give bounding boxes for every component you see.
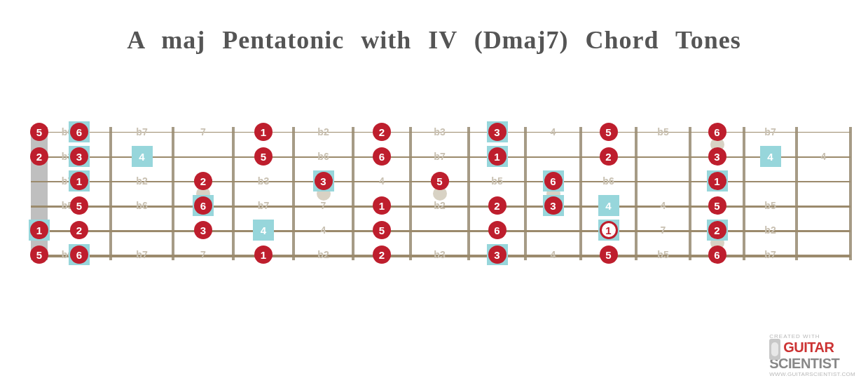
chord-tone-label: 4 (133, 147, 151, 166)
watermark-line: SCIENTIST (769, 357, 855, 370)
scale-note: 6 (544, 172, 563, 190)
fret-wire (172, 127, 174, 260)
string-line (31, 206, 850, 208)
scale-note: 2 (373, 123, 391, 141)
scale-note: 3 (194, 221, 212, 239)
scale-note: 1 (30, 221, 48, 239)
chord-tone-label: 4 (600, 196, 618, 215)
string-line (31, 230, 850, 232)
scale-note: 1 (488, 147, 507, 166)
fret-wire (579, 127, 582, 260)
scale-note: 3 (315, 172, 333, 190)
fret-wire (467, 127, 470, 260)
scale-note: 2 (70, 221, 88, 239)
chord-tone-label: 4 (254, 221, 273, 239)
scale-note: 2 (488, 196, 507, 215)
scale-note: 1 (254, 246, 273, 264)
fret-wire (524, 127, 527, 260)
scale-note: 5 (600, 246, 618, 264)
scale-note: 6 (373, 147, 391, 166)
string-line (31, 255, 850, 257)
watermark-line: GUITAR (783, 340, 834, 356)
fret-wire (743, 127, 745, 260)
scale-note: 2 (373, 246, 391, 264)
logo-icon (769, 339, 780, 360)
scale-note: 2 (708, 221, 726, 239)
scale-note: 6 (708, 123, 726, 141)
scale-note: 6 (70, 123, 88, 141)
fret-wire (795, 127, 798, 260)
scale-note: 6 (488, 221, 507, 239)
watermark-line: WWW.GUITARSCIENTIST.COM (769, 372, 855, 377)
scale-note: 5 (708, 196, 726, 215)
scale-note: 5 (373, 221, 391, 239)
fret-wire (689, 127, 691, 260)
scale-note: 3 (544, 196, 563, 215)
fret-wire (232, 127, 235, 260)
scale-note: 3 (488, 246, 507, 264)
fret-wire (292, 127, 295, 260)
watermark-line: CREATED WITH (769, 334, 855, 339)
scale-note: 2 (30, 147, 48, 166)
fret-wire (109, 127, 112, 260)
scale-note: 2 (600, 147, 618, 166)
fret-wire (635, 127, 638, 260)
scale-note: 3 (488, 123, 507, 141)
scale-note: 5 (254, 147, 273, 166)
scale-note: 2 (194, 172, 212, 190)
scale-note: 1 (254, 123, 273, 141)
chord-tone-label: 4 (762, 147, 780, 166)
scale-note: 6 (708, 246, 726, 264)
scale-note: 1 (708, 172, 726, 190)
scale-note: 1 (70, 172, 88, 190)
scale-note: 5 (600, 123, 618, 141)
scale-note: 5 (70, 196, 88, 215)
string-line (31, 132, 850, 133)
diagram-title: A maj Pentatonic with IV (Dmaj7) Chord T… (0, 25, 868, 55)
fret-wire (352, 127, 354, 260)
scale-note: 6 (70, 246, 88, 264)
page: A maj Pentatonic with IV (Dmaj7) Chord T… (0, 0, 868, 390)
scale-note: 6 (194, 196, 212, 215)
scale-note: 5 (30, 246, 48, 264)
fret-wire (409, 127, 412, 260)
scale-note: 3 (70, 147, 88, 166)
fretboard: b6b77b2b34b5b7b34b6b77b2b34b7b2b34b5b6b7… (31, 132, 850, 255)
scale-note: 5 (431, 172, 449, 190)
string-line (31, 156, 850, 158)
scale-note: 1 (600, 221, 618, 239)
scale-note: 5 (30, 123, 48, 141)
fret-wire (849, 127, 852, 260)
scale-note: 3 (708, 147, 726, 166)
scale-note: 1 (373, 196, 391, 215)
watermark: CREATED WITH GUITAR SCIENTIST WWW.GUITAR… (769, 334, 855, 377)
